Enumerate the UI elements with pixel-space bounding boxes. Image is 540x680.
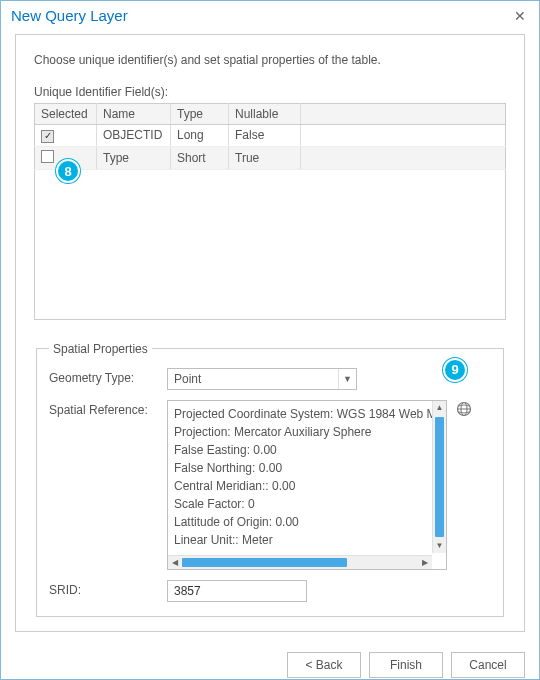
cancel-button[interactable]: Cancel (451, 652, 525, 678)
geometry-type-label: Geometry Type: (49, 368, 167, 385)
titlebar: New Query Layer ✕ (1, 1, 539, 28)
cell-name: OBJECTID (97, 125, 171, 147)
spatial-reference-box[interactable]: Projected Coordinate System: WGS 1984 We… (167, 400, 447, 570)
sr-line: Lattitude of Origin: 0.00 (174, 513, 440, 531)
table-row[interactable]: Type Short True (35, 146, 506, 169)
unique-identifier-label: Unique Identifier Field(s): (34, 85, 506, 99)
cell-nullable: False (229, 125, 301, 147)
scroll-right-icon[interactable]: ▶ (418, 558, 432, 567)
sr-line: Central Meridian:: 0.00 (174, 477, 440, 495)
scroll-down-icon[interactable]: ▼ (433, 539, 446, 553)
col-nullable[interactable]: Nullable (229, 104, 301, 125)
back-button[interactable]: < Back (287, 652, 361, 678)
col-spacer (301, 104, 506, 125)
col-selected[interactable]: Selected (35, 104, 97, 125)
finish-button[interactable]: Finish (369, 652, 443, 678)
geometry-type-value: Point (168, 372, 338, 386)
dialog-title: New Query Layer (11, 7, 128, 24)
table-header-row: Selected Name Type Nullable (35, 104, 506, 125)
globe-icon[interactable] (455, 400, 473, 418)
dialog-buttons: < Back Finish Cancel (1, 642, 539, 681)
geometry-type-combo[interactable]: Point ▼ (167, 368, 357, 390)
spatial-properties-group: Spatial Properties Geometry Type: Point … (36, 342, 504, 617)
cell-type: Short (171, 146, 229, 169)
sr-line: False Northing: 0.00 (174, 459, 440, 477)
sr-line: Scale Factor: 0 (174, 495, 440, 513)
dialog-new-query-layer: New Query Layer ✕ Choose unique identifi… (0, 0, 540, 680)
spatial-reference-label: Spatial Reference: (49, 400, 167, 417)
callout-9: 9 (443, 358, 467, 382)
sr-line: Projected Coordinate System: WGS 1984 We… (174, 405, 440, 423)
horizontal-scrollbar[interactable]: ◀ ▶ (168, 555, 432, 569)
spatial-reference-text: Projected Coordinate System: WGS 1984 We… (168, 401, 446, 555)
cell-nullable: True (229, 146, 301, 169)
chevron-down-icon[interactable]: ▼ (338, 369, 356, 389)
srid-input[interactable] (167, 580, 307, 602)
scroll-up-icon[interactable]: ▲ (433, 401, 446, 415)
sr-line: Linear Unit:: Meter (174, 531, 440, 549)
callout-8: 8 (56, 159, 80, 183)
content-panel: Choose unique identifier(s) and set spat… (15, 34, 525, 632)
col-name[interactable]: Name (97, 104, 171, 125)
sr-line: False Easting: 0.00 (174, 441, 440, 459)
cell-type: Long (171, 125, 229, 147)
cell-name: Type (97, 146, 171, 169)
checkbox-row-0[interactable]: ✓ (41, 130, 54, 143)
sr-line: Projection: Mercator Auxiliary Sphere (174, 423, 440, 441)
unique-identifier-table: Selected Name Type Nullable ✓ OBJECTID L… (34, 103, 506, 170)
scroll-left-icon[interactable]: ◀ (168, 558, 182, 567)
scroll-thumb[interactable] (182, 558, 347, 567)
col-type[interactable]: Type (171, 104, 229, 125)
close-icon[interactable]: ✕ (511, 8, 529, 24)
table-empty-area (34, 170, 506, 320)
instruction-text: Choose unique identifier(s) and set spat… (34, 53, 506, 67)
checkbox-row-1[interactable] (41, 150, 54, 163)
scroll-thumb[interactable] (435, 417, 444, 537)
spatial-legend: Spatial Properties (49, 342, 152, 356)
vertical-scrollbar[interactable]: ▲ ▼ (432, 401, 446, 553)
srid-label: SRID: (49, 580, 167, 597)
table-row[interactable]: ✓ OBJECTID Long False (35, 125, 506, 147)
